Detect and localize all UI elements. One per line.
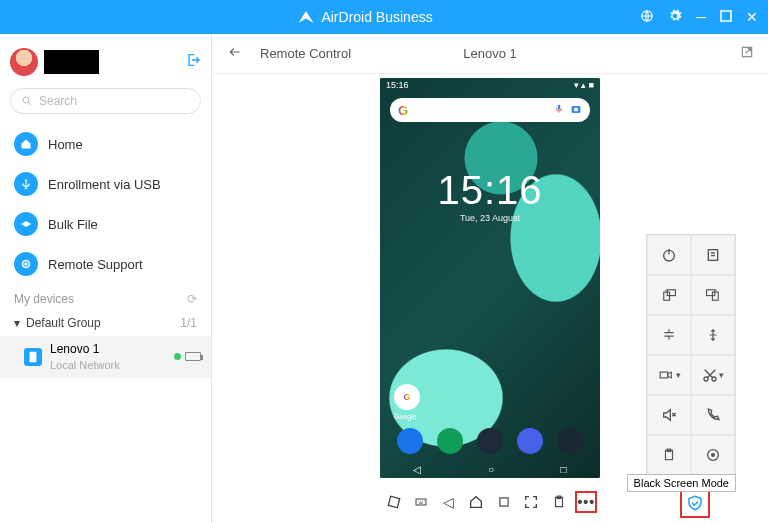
svg-rect-23	[416, 499, 426, 505]
content-area: Remote Control Lenovo 1 15:16 ▾ ▴ ■ G	[212, 34, 768, 523]
clock-date: Tue, 23 August	[380, 213, 600, 223]
svg-point-21	[712, 454, 715, 457]
svg-rect-24	[500, 498, 508, 506]
tool-rotate-right[interactable]	[691, 275, 735, 315]
svg-rect-14	[707, 290, 715, 296]
tool-clipboard[interactable]	[647, 435, 691, 475]
section-title: Remote Control	[260, 46, 351, 61]
dock-app-icon[interactable]	[517, 428, 543, 454]
my-devices-label: My devices ⟳	[0, 284, 211, 310]
svg-rect-5	[30, 352, 37, 362]
toolbar-more-icon[interactable]: •••	[575, 491, 597, 513]
nav-enrollment[interactable]: Enrollment via USB	[0, 164, 211, 204]
toolbar-clipboard-icon[interactable]	[548, 491, 570, 513]
toolbar-recent-icon[interactable]	[493, 491, 515, 513]
dock-phone-icon[interactable]	[397, 428, 423, 454]
globe-icon[interactable]	[640, 9, 654, 26]
phone-screen[interactable]: 15:16 ▾ ▴ ■ G 15:16	[380, 78, 600, 478]
home-icon	[14, 132, 38, 156]
phone-status-icons: ▾ ▴ ■	[574, 80, 594, 92]
tool-rotate-left[interactable]	[647, 275, 691, 315]
svg-rect-1	[721, 11, 731, 21]
maximize-icon[interactable]	[720, 9, 732, 25]
airdroid-logo-icon	[297, 8, 315, 26]
avatar[interactable]	[10, 48, 38, 76]
tool-power[interactable]	[647, 235, 691, 275]
toolbar-back-icon[interactable]: ◁	[438, 491, 460, 513]
toolbar-fullscreen-icon[interactable]	[520, 491, 542, 513]
chevron-down-icon: ▾	[14, 316, 20, 330]
svg-rect-13	[712, 292, 718, 300]
svg-rect-12	[667, 290, 675, 296]
svg-rect-11	[664, 292, 670, 300]
dock-browser-icon[interactable]	[477, 428, 503, 454]
username-redacted	[44, 50, 99, 74]
google-g-icon: G	[398, 103, 408, 118]
back-icon[interactable]	[226, 45, 244, 62]
profile-row	[0, 42, 211, 88]
tool-location[interactable]	[691, 435, 735, 475]
battery-icon	[185, 352, 201, 361]
tool-record[interactable]: ▾	[647, 355, 691, 395]
close-icon[interactable]: ✕	[746, 9, 758, 25]
bottom-toolbar: ◁ •••	[380, 487, 600, 517]
svg-point-8	[574, 108, 578, 112]
nav-home[interactable]: Home	[0, 124, 211, 164]
mic-icon	[554, 101, 564, 119]
clock-time: 15:16	[380, 168, 600, 213]
svg-rect-15	[660, 372, 668, 378]
tool-files[interactable]	[691, 235, 735, 275]
phone-status-time: 15:16	[386, 80, 409, 92]
device-name: Lenovo 1	[50, 342, 174, 358]
open-external-icon[interactable]	[740, 45, 754, 62]
usb-icon	[14, 172, 38, 196]
tools-side-panel: ▾ ▾	[646, 234, 736, 476]
dock-camera-icon[interactable]	[557, 428, 583, 454]
sign-out-icon[interactable]	[185, 52, 201, 72]
nav-recent-icon[interactable]: □	[561, 464, 567, 475]
gear-icon[interactable]	[668, 9, 682, 26]
toolbar-keyboard-icon[interactable]	[410, 491, 432, 513]
tool-call[interactable]	[691, 395, 735, 435]
toolbar-home-icon[interactable]	[465, 491, 487, 513]
bulk-file-icon	[14, 212, 38, 236]
search-input[interactable]: Search	[10, 88, 201, 114]
google-search-bar[interactable]: G	[390, 98, 590, 122]
svg-point-2	[23, 97, 29, 103]
nav-home-icon[interactable]: ○	[488, 464, 494, 475]
tool-mute[interactable]	[647, 395, 691, 435]
tool-volume-up[interactable]	[691, 315, 735, 355]
toolbar-rotate-icon[interactable]	[383, 491, 405, 513]
lens-icon	[570, 101, 582, 119]
sidebar: Search Home Enrollment via USB Bulk File…	[0, 34, 212, 523]
online-status-icon	[174, 353, 181, 360]
header-device-name: Lenovo 1	[463, 46, 517, 61]
dock-messages-icon[interactable]	[437, 428, 463, 454]
nav-remote-support[interactable]: Remote Support	[0, 244, 211, 284]
device-group[interactable]: ▾Default Group 1/1	[0, 310, 211, 336]
device-network: Local Network	[50, 358, 174, 372]
device-item[interactable]: Lenovo 1 Local Network	[0, 336, 211, 378]
device-icon	[24, 348, 42, 366]
search-icon	[21, 95, 33, 107]
tool-cut[interactable]: ▾	[691, 355, 735, 395]
support-icon	[14, 252, 38, 276]
app-title: AirDroid Business	[297, 8, 432, 26]
svg-rect-22	[388, 496, 399, 507]
tooltip-black-screen: Black Screen Mode	[627, 474, 736, 492]
google-app-icon[interactable]: G	[394, 384, 420, 410]
tool-volume-down[interactable]	[647, 315, 691, 355]
minimize-icon[interactable]: ─	[696, 9, 706, 25]
phone-dock	[380, 428, 600, 454]
android-nav-bar: ◁ ○ □	[380, 460, 600, 478]
nav-back-icon[interactable]: ◁	[413, 464, 421, 475]
refresh-icon[interactable]: ⟳	[187, 292, 197, 306]
title-bar: AirDroid Business ─ ✕	[0, 0, 768, 34]
content-header: Remote Control Lenovo 1	[212, 34, 768, 74]
svg-point-4	[25, 263, 27, 265]
nav-bulk-file[interactable]: Bulk File	[0, 204, 211, 244]
black-screen-mode-button[interactable]	[680, 488, 710, 518]
